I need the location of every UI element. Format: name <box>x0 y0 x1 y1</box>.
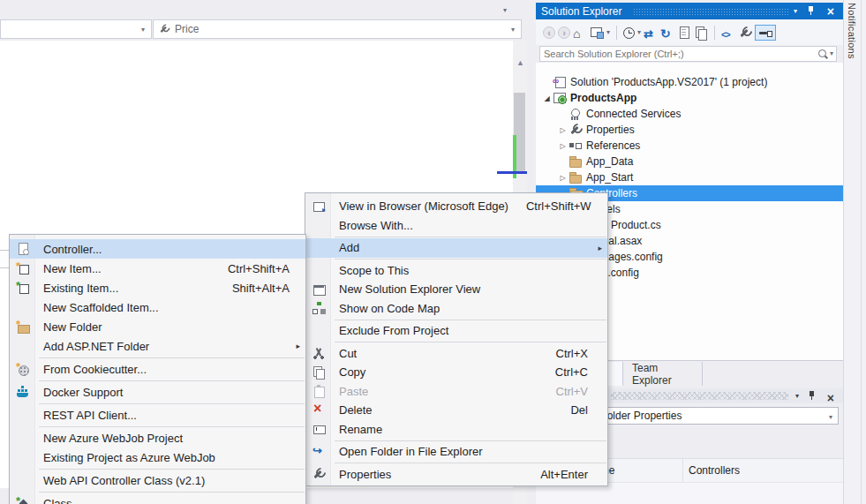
expander-collapsed-icon[interactable] <box>557 174 569 182</box>
tree-item-label: ProductsApp <box>570 92 636 104</box>
menu-item-show-on-code-map[interactable]: Show on Code Map <box>305 299 607 319</box>
menu-item-scope-to-this[interactable]: Scope to This <box>305 261 607 281</box>
document-tab-dropdown-icon[interactable] <box>503 7 507 14</box>
tab-team-explorer[interactable]: Team Explorer <box>623 362 703 386</box>
solution-icon <box>553 75 567 89</box>
menu-item-open-folder-in-file-explorer[interactable]: Open Folder in File Explorer <box>305 442 607 462</box>
menu-item-browse-with[interactable]: Browse With... <box>305 216 607 236</box>
editor-type-dropdown[interactable] <box>0 19 152 39</box>
submenu-item-new-azure-webjob-project[interactable]: New Azure WebJob Project <box>10 428 305 448</box>
editor-member-dropdown[interactable]: Price <box>153 19 522 39</box>
menu-item-paste-disabled: Paste Ctrl+V <box>305 382 607 402</box>
menu-item-label: Copy <box>339 365 365 379</box>
menu-item-shortcut: Del <box>553 403 600 417</box>
solution-explorer-titlebar[interactable]: Solution Explorer <box>536 3 843 19</box>
tree-item-properties[interactable]: Properties <box>536 122 843 138</box>
expander-expanded-icon[interactable] <box>541 94 553 102</box>
menu-item-label: Web API Controller Class (v2.1) <box>43 474 205 487</box>
submenu-item-new-item[interactable]: New Item... Ctrl+Shift+A <box>10 259 305 278</box>
panel-edge-divider <box>861 0 862 504</box>
home-icon[interactable] <box>573 26 587 40</box>
menu-separator <box>39 403 305 404</box>
sync-with-active-document-icon[interactable] <box>644 26 658 40</box>
refresh-icon[interactable] <box>660 26 674 40</box>
submenu-item-class[interactable]: Class... <box>10 493 305 504</box>
submenu-item-add-aspnet-folder[interactable]: Add ASP.NET Folder <box>10 336 305 356</box>
submenu-item-new-scaffolded-item[interactable]: New Scaffolded Item... <box>10 297 305 317</box>
submenu-item-from-cookiecutter[interactable]: From Cookiecutter... <box>10 359 305 379</box>
tree-item-app-data[interactable]: App_Data <box>536 154 843 169</box>
chevron-down-icon[interactable] <box>511 26 515 34</box>
tree-item-references[interactable]: References <box>536 138 843 154</box>
add-submenu: Controller... New Item... Ctrl+Shift+A E… <box>9 234 306 504</box>
pin-icon[interactable] <box>807 5 816 16</box>
pending-changes-filter-icon[interactable] <box>623 27 635 39</box>
menu-item-rename[interactable]: Rename <box>305 420 607 440</box>
controller-file-icon <box>16 242 30 256</box>
tree-item-connected-services[interactable]: Connected Services <box>536 106 843 122</box>
context-menu: View in Browser (Microsoft Edge) Ctrl+Sh… <box>305 192 608 486</box>
menu-item-label: Cut <box>339 347 357 360</box>
menu-item-new-solution-explorer-view[interactable]: New Solution Explorer View <box>305 280 607 299</box>
submenu-item-web-api-controller-class[interactable]: Web API Controller Class (v2.1) <box>10 470 305 490</box>
menu-item-label: Browse With... <box>339 219 413 232</box>
view-code-icon[interactable] <box>721 26 735 40</box>
existing-item-icon <box>16 281 30 295</box>
new-item-icon <box>16 261 30 275</box>
search-box[interactable] <box>539 46 837 62</box>
submenu-item-rest-api-client[interactable]: REST API Client... <box>10 405 305 425</box>
menu-item-label: New Azure WebJob Project <box>43 432 183 445</box>
chevron-down-icon[interactable] <box>606 29 610 36</box>
search-input[interactable] <box>540 49 817 59</box>
close-icon[interactable] <box>827 390 834 406</box>
properties-icon[interactable] <box>738 26 752 40</box>
preview-selected-items-icon[interactable] <box>755 25 776 41</box>
menu-item-cut[interactable]: Cut Ctrl+X <box>305 344 607 364</box>
back-icon[interactable]: ‹ <box>543 26 555 39</box>
chevron-down-icon[interactable] <box>637 29 641 36</box>
expander-collapsed-icon[interactable] <box>557 126 569 134</box>
tree-item-productsapp[interactable]: ProductsApp <box>536 90 843 106</box>
menu-item-properties[interactable]: Properties Alt+Enter <box>305 465 607 485</box>
chevron-down-icon[interactable] <box>830 50 833 57</box>
forward-icon[interactable]: › <box>558 26 570 39</box>
menu-item-exclude-from-project[interactable]: Exclude From Project <box>305 321 607 341</box>
paste-icon <box>312 384 326 398</box>
pin-icon[interactable] <box>808 390 817 401</box>
expander-collapsed-icon[interactable] <box>557 142 569 150</box>
submenu-item-new-folder[interactable]: New Folder <box>10 317 305 336</box>
menu-item-copy[interactable]: Copy Ctrl+C <box>305 363 607 382</box>
window-position-icon[interactable] <box>795 393 799 400</box>
submenu-item-existing-item[interactable]: Existing Item... Shift+Alt+A <box>10 278 305 297</box>
close-icon[interactable] <box>827 5 834 19</box>
menu-item-view-in-browser[interactable]: View in Browser (Microsoft Edge) Ctrl+Sh… <box>305 197 607 216</box>
menu-item-label: Controller... <box>43 243 102 256</box>
menu-item-add[interactable]: Add <box>305 238 607 258</box>
toolbar-separator <box>616 26 617 40</box>
window-position-icon[interactable] <box>794 8 797 15</box>
menu-separator <box>39 380 305 381</box>
menu-separator <box>335 237 606 237</box>
menu-separator <box>39 469 305 470</box>
menu-item-label: New Scaffolded Item... <box>43 301 159 314</box>
tree-item-app-start[interactable]: App_Start <box>536 169 843 185</box>
submenu-item-docker-support[interactable]: Docker Support <box>10 382 305 402</box>
caret-position-marker <box>497 171 527 174</box>
show-all-files-icon[interactable] <box>694 26 708 40</box>
notifications-tab[interactable]: Notifications <box>847 3 857 59</box>
submenu-item-controller[interactable]: Controller... <box>10 239 305 259</box>
menu-item-label: New Folder <box>43 320 102 334</box>
collapse-all-icon[interactable] <box>590 26 604 40</box>
property-value[interactable]: Controllers <box>683 464 740 477</box>
titlebar-grip-texture <box>633 8 788 15</box>
tree-item-solution[interactable]: Solution 'ProductsApp.VS2017' (1 project… <box>536 74 843 90</box>
open-folder-icon <box>312 445 326 459</box>
scroll-up-icon[interactable] <box>516 58 524 67</box>
menu-item-delete[interactable]: Delete Del <box>305 401 607 420</box>
chevron-down-icon[interactable] <box>829 414 832 421</box>
search-icon[interactable] <box>817 49 829 60</box>
nest-related-files-icon[interactable] <box>677 26 691 40</box>
chevron-down-icon[interactable] <box>141 26 145 34</box>
submenu-item-existing-project-as-azure-webjob[interactable]: Existing Project as Azure WebJob <box>10 448 305 467</box>
menu-item-shortcut: Ctrl+C <box>538 365 600 379</box>
